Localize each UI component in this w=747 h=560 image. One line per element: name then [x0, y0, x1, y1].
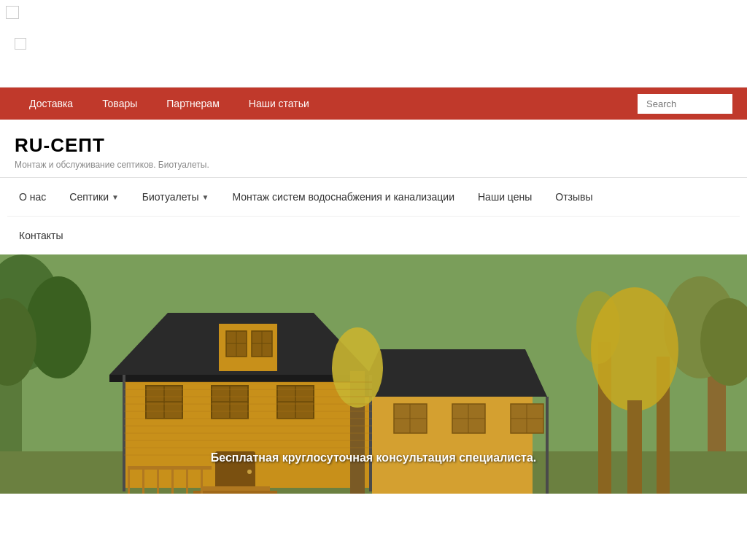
main-nav-septics[interactable]: Септики ▼ [58, 178, 131, 216]
chevron-down-icon: ▼ [202, 193, 209, 201]
hero-caption: Бесплатная круглосуточная консультация с… [211, 451, 537, 464]
main-nav-contacts[interactable]: Контакты [7, 217, 74, 254]
svg-rect-33 [217, 313, 279, 324]
main-nav: О нас Септики ▼ Биотуалеты ▼ Монтаж сист… [0, 177, 747, 254]
main-nav-reviews[interactable]: Отзывы [543, 178, 604, 216]
nav-item-products[interactable]: Товары [88, 88, 152, 120]
main-nav-prices[interactable]: Наши цены [466, 178, 543, 216]
svg-rect-25 [193, 491, 277, 494]
svg-rect-48 [546, 397, 549, 494]
site-title-area: RU-СЕПТ Монтаж и обслуживание септиков. … [0, 120, 747, 177]
red-nav: Доставка Товары Партнерам Наши статьи [0, 88, 747, 120]
svg-point-57 [332, 327, 383, 408]
svg-rect-62 [627, 400, 642, 494]
svg-rect-51 [142, 470, 144, 494]
hero-section: Бесплатная круглосуточная консультация с… [0, 254, 747, 494]
site-title: RU-СЕПТ [15, 134, 732, 157]
main-nav-biotoilets[interactable]: Биотуалеты ▼ [131, 178, 221, 216]
main-nav-about[interactable]: О нас [7, 178, 58, 216]
nav-item-articles[interactable]: Наши статьи [234, 88, 324, 120]
nav-item-partners[interactable]: Партнерам [152, 88, 233, 120]
svg-marker-35 [357, 349, 547, 397]
main-nav-row-2: Контакты [7, 216, 740, 254]
svg-rect-50 [128, 470, 130, 494]
logo-bar [0, 0, 747, 88]
svg-rect-53 [171, 470, 174, 494]
logo-image [15, 38, 26, 50]
svg-rect-55 [201, 470, 203, 494]
main-nav-installation[interactable]: Монтаж систем водоснабжения и канализаци… [220, 178, 466, 216]
search-input[interactable] [638, 94, 732, 114]
svg-rect-52 [157, 470, 159, 494]
svg-rect-54 [186, 470, 188, 494]
chevron-down-icon: ▼ [112, 193, 119, 201]
main-nav-row-1: О нас Септики ▼ Биотуалеты ▼ Монтаж сист… [7, 178, 740, 216]
svg-rect-49 [128, 466, 212, 470]
red-nav-items: Доставка Товары Партнерам Наши статьи [15, 88, 638, 120]
nav-item-delivery[interactable]: Доставка [15, 88, 88, 120]
svg-point-61 [591, 287, 678, 411]
svg-point-3 [26, 276, 91, 378]
svg-point-23 [247, 470, 252, 474]
site-subtitle: Монтаж и обслуживание септиков. Биотуале… [15, 160, 732, 170]
